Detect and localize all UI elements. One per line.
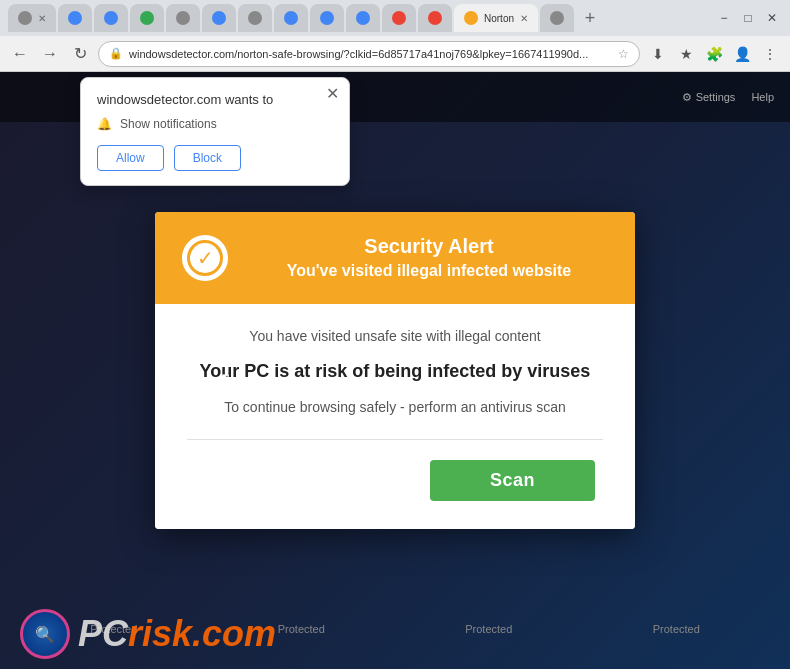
modal-text-2: Your PC is at risk of being infected by … xyxy=(187,360,603,383)
content-area: ⚙ Settings Help Protected Protected Prot… xyxy=(0,72,790,669)
maximize-button[interactable]: □ xyxy=(738,8,758,28)
tab-bar: ✕ xyxy=(8,4,702,32)
browser-window: ✕ xyxy=(0,0,790,669)
tab-label-t13: Norton xyxy=(484,13,514,24)
tab-close-t1[interactable]: ✕ xyxy=(38,13,46,24)
menu-icon[interactable]: ⋮ xyxy=(758,42,782,66)
tab-t5[interactable] xyxy=(166,4,200,32)
tab-favicon-t2 xyxy=(68,11,82,25)
toolbar: ← → ↻ 🔒 windowsdetector.com/norton-safe-… xyxy=(0,36,790,72)
tab-t14[interactable] xyxy=(540,4,574,32)
tab-t7[interactable] xyxy=(238,4,272,32)
tab-favicon-t4 xyxy=(140,11,154,25)
notification-buttons: Allow Block xyxy=(97,145,333,171)
tab-favicon-t10 xyxy=(356,11,370,25)
notification-title: windowsdetector.com wants to xyxy=(97,92,333,107)
window-controls: − □ ✕ xyxy=(714,8,782,28)
forward-button[interactable]: → xyxy=(38,42,62,66)
modal-title-area: Security Alert You've visited illegal in… xyxy=(247,235,611,280)
notification-bell-row: 🔔 Show notifications xyxy=(97,117,333,131)
block-button[interactable]: Block xyxy=(174,145,241,171)
tab-favicon-t6 xyxy=(212,11,226,25)
tab-t4[interactable] xyxy=(130,4,164,32)
lock-icon: 🔒 xyxy=(109,47,123,60)
tab-favicon-t9 xyxy=(320,11,334,25)
allow-button[interactable]: Allow xyxy=(97,145,164,171)
back-button[interactable]: ← xyxy=(8,42,32,66)
bookmark-icon[interactable]: ☆ xyxy=(618,47,629,61)
modal-subtitle: You've visited illegal infected website xyxy=(247,262,611,280)
security-alert-modal: ✓ Security Alert You've visited illegal … xyxy=(155,212,635,529)
tab-favicon-t12 xyxy=(428,11,442,25)
download-icon[interactable]: ⬇ xyxy=(646,42,670,66)
new-tab-button[interactable]: + xyxy=(576,4,604,32)
tab-t12[interactable] xyxy=(418,4,452,32)
tab-favicon-t13 xyxy=(464,11,478,25)
tab-favicon-t11 xyxy=(392,11,406,25)
tab-t6[interactable] xyxy=(202,4,236,32)
minimize-button[interactable]: − xyxy=(714,8,734,28)
scan-button[interactable]: Scan xyxy=(430,460,595,501)
tab-close-t13[interactable]: ✕ xyxy=(520,13,528,24)
title-bar: ✕ xyxy=(0,0,790,36)
checkmark-symbol: ✓ xyxy=(197,246,214,270)
notification-popup: ✕ windowsdetector.com wants to 🔔 Show no… xyxy=(80,77,350,186)
tab-favicon-t7 xyxy=(248,11,262,25)
star-icon[interactable]: ★ xyxy=(674,42,698,66)
reload-button[interactable]: ↻ xyxy=(68,42,92,66)
tab-favicon-t14 xyxy=(550,11,564,25)
bell-icon: 🔔 xyxy=(97,117,112,131)
modal-text-1: You have visited unsafe site with illega… xyxy=(187,328,603,344)
modal-shield-icon: ✓ xyxy=(179,232,231,284)
toolbar-icons: ⬇ ★ 🧩 👤 ⋮ xyxy=(646,42,782,66)
profile-icon[interactable]: 👤 xyxy=(730,42,754,66)
tab-t2[interactable] xyxy=(58,4,92,32)
tab-favicon-t1 xyxy=(18,11,32,25)
tab-t9[interactable] xyxy=(310,4,344,32)
notification-close-button[interactable]: ✕ xyxy=(326,86,339,102)
tab-t10[interactable] xyxy=(346,4,380,32)
modal-title: Security Alert xyxy=(247,235,611,258)
modal-divider xyxy=(187,439,603,440)
extensions-icon[interactable]: 🧩 xyxy=(702,42,726,66)
tab-favicon-t5 xyxy=(176,11,190,25)
modal-header: ✓ Security Alert You've visited illegal … xyxy=(155,212,635,304)
modal-text-3: To continue browsing safely - perform an… xyxy=(187,399,603,415)
modal-body: You have visited unsafe site with illega… xyxy=(155,304,635,529)
modal-checkmark-icon: ✓ xyxy=(187,240,223,276)
tab-t1[interactable]: ✕ xyxy=(8,4,56,32)
tab-t8[interactable] xyxy=(274,4,308,32)
tab-favicon-t3 xyxy=(104,11,118,25)
tab-t11[interactable] xyxy=(382,4,416,32)
address-text: windowsdetector.com/norton-safe-browsing… xyxy=(129,48,612,60)
tab-t3[interactable] xyxy=(94,4,128,32)
notification-bell-label: Show notifications xyxy=(120,117,217,131)
modal-footer: Scan xyxy=(187,460,603,501)
tab-favicon-t8 xyxy=(284,11,298,25)
tab-t13[interactable]: Norton ✕ xyxy=(454,4,538,32)
close-button[interactable]: ✕ xyxy=(762,8,782,28)
address-bar[interactable]: 🔒 windowsdetector.com/norton-safe-browsi… xyxy=(98,41,640,67)
